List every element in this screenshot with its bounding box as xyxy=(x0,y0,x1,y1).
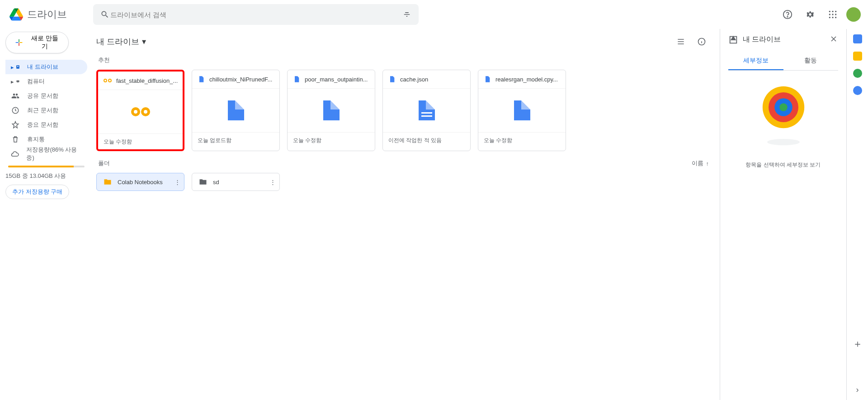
settings-icon[interactable] xyxy=(801,5,819,24)
colab-icon xyxy=(104,79,112,82)
svg-point-9 xyxy=(832,17,833,18)
svg-point-2 xyxy=(829,11,830,12)
empty-text: 항목을 선택하여 세부정보 보기 xyxy=(745,161,821,169)
svg-point-4 xyxy=(835,11,836,12)
svg-point-6 xyxy=(832,14,833,15)
file-icon xyxy=(514,100,530,120)
nav-recent[interactable]: 최근 문서함 xyxy=(5,103,87,118)
file-icon xyxy=(198,76,205,83)
suggested-card[interactable]: chilloutmix_NiPrunedF... 오늘 업로드함 xyxy=(192,70,280,151)
tab-details[interactable]: 세부정보 xyxy=(728,52,783,70)
file-icon xyxy=(388,76,396,83)
suggested-card[interactable]: cache.json 이전에 작업한 적 있음 xyxy=(382,70,471,151)
svg-point-10 xyxy=(835,17,836,18)
colab-icon xyxy=(131,107,150,116)
file-icon xyxy=(419,100,435,120)
svg-point-8 xyxy=(829,17,830,18)
tasks-icon[interactable] xyxy=(853,69,862,78)
suggested-card[interactable]: fast_stable_diffusion_... 오늘 수정함 xyxy=(96,70,184,151)
cloud-icon xyxy=(11,150,19,158)
nav-my-drive[interactable]: ▸내 드라이브 xyxy=(5,60,87,74)
calendar-icon[interactable] xyxy=(853,34,862,43)
svg-point-1 xyxy=(787,16,788,17)
search-icon xyxy=(99,9,110,20)
folder-icon xyxy=(103,177,112,186)
info-icon[interactable] xyxy=(693,33,711,51)
svg-point-17 xyxy=(767,139,800,145)
svg-point-3 xyxy=(832,11,833,12)
drive-icon xyxy=(728,35,738,45)
suggested-card[interactable]: poor_mans_outpaintin... 오늘 수정함 xyxy=(287,70,375,151)
sort-button[interactable]: 이름↑ xyxy=(692,159,709,167)
storage-text: 15GB 중 13.04GB 사용 xyxy=(5,172,93,180)
help-icon[interactable] xyxy=(778,5,797,24)
nav-shared[interactable]: 공유 문서함 xyxy=(5,89,87,103)
svg-point-7 xyxy=(835,14,836,15)
contacts-icon[interactable] xyxy=(853,86,862,95)
folders-label: 폴더 xyxy=(98,159,110,167)
recent-icon xyxy=(11,106,20,114)
file-icon xyxy=(484,76,491,83)
arrow-up-icon: ↑ xyxy=(706,160,709,167)
svg-point-5 xyxy=(829,14,830,15)
more-icon[interactable]: ⋮ xyxy=(175,179,180,186)
search-bar[interactable] xyxy=(93,4,419,25)
add-icon[interactable]: ＋ xyxy=(853,337,863,351)
file-icon xyxy=(323,100,340,120)
new-button[interactable]: 새로 만들기 xyxy=(5,32,69,53)
computers-icon: ▸ xyxy=(11,78,20,85)
details-title: 내 드라이브 xyxy=(743,35,781,44)
folder-icon xyxy=(198,177,208,186)
search-input[interactable] xyxy=(110,11,401,19)
nav-computers[interactable]: ▸컴퓨터 xyxy=(5,74,87,89)
svg-point-16 xyxy=(779,103,788,111)
new-button-label: 새로 만들기 xyxy=(29,34,60,51)
folder-item[interactable]: sd ⋮ xyxy=(192,173,280,191)
nav-trash[interactable]: 휴지통 xyxy=(5,132,87,147)
suggested-label: 추천 xyxy=(98,56,711,64)
shared-icon xyxy=(11,92,20,100)
file-icon xyxy=(228,100,244,120)
star-icon xyxy=(11,121,20,129)
breadcrumb[interactable]: 내 드라이브▾ xyxy=(96,36,146,47)
keep-icon[interactable] xyxy=(853,52,862,61)
folder-item[interactable]: Colab Notebooks ⋮ xyxy=(96,173,184,191)
more-icon[interactable]: ⋮ xyxy=(270,179,276,186)
nav-storage[interactable]: 저장용량(86% 사용 중) xyxy=(5,147,87,161)
close-icon[interactable] xyxy=(829,34,838,45)
nav-starred[interactable]: 중요 문서함 xyxy=(5,118,87,132)
my-drive-icon: ▸ xyxy=(11,63,20,71)
apps-icon[interactable] xyxy=(824,5,842,24)
buy-storage-button[interactable]: 추가 저장용량 구매 xyxy=(5,185,69,199)
tab-activity[interactable]: 활동 xyxy=(783,52,839,70)
search-options-icon[interactable] xyxy=(401,9,412,20)
app-name: 드라이브 xyxy=(27,8,67,21)
list-view-icon[interactable] xyxy=(672,33,690,51)
drive-logo[interactable] xyxy=(7,5,25,24)
file-icon xyxy=(293,76,300,83)
collapse-icon[interactable]: › xyxy=(856,385,859,395)
suggested-card[interactable]: realesrgan_model.cpy... 오늘 수정함 xyxy=(478,70,566,151)
storage-bar xyxy=(8,166,85,167)
empty-illustration: 항목을 선택하여 세부정보 보기 xyxy=(728,82,838,169)
account-avatar[interactable] xyxy=(846,7,861,22)
chevron-down-icon: ▾ xyxy=(142,37,146,47)
trash-icon xyxy=(11,135,20,143)
